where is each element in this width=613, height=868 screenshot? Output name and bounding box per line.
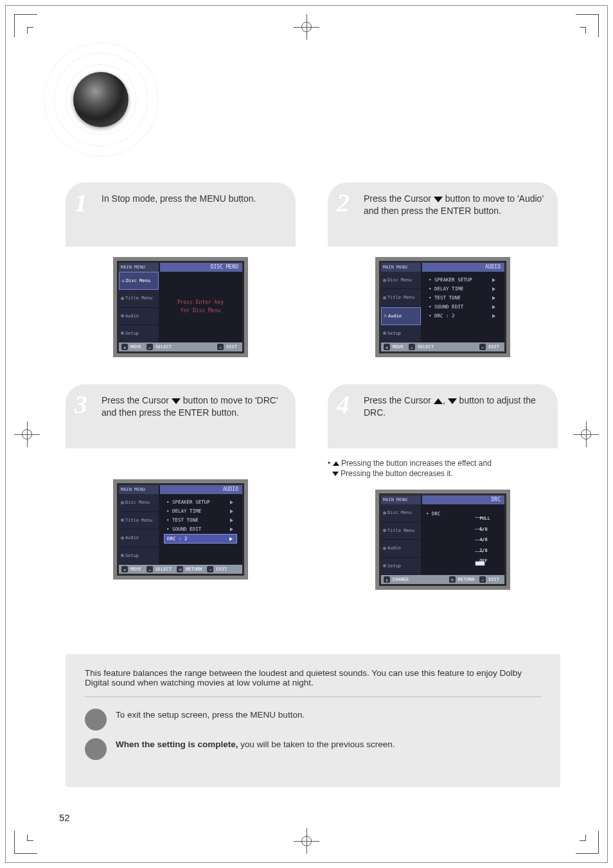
bottom-exit: EXIT	[488, 344, 499, 350]
screenshot-drc-slider: DRC MAIN MENU Disc Menu Title Menu Audio…	[375, 490, 510, 590]
body-line: for Disc Menu	[181, 307, 221, 315]
side-head: MAIN MENU	[119, 485, 159, 494]
return-icon: ⟲	[177, 566, 183, 572]
step-note-up: • Pressing the button increases the effe…	[328, 459, 558, 468]
screen-title: AUDIO	[160, 485, 242, 494]
bottom-return: RETURN	[458, 577, 474, 582]
bottom-exit: EXIT	[216, 567, 227, 572]
move-icon: ✥	[384, 344, 390, 350]
step-number: 1	[75, 188, 87, 218]
page-number: 52	[59, 812, 70, 823]
exit-icon: ↩	[207, 566, 213, 572]
speaker-graphic	[46, 45, 155, 154]
screenshot-disc-menu: DISC MENU MAIN MENU Disc Menu Title Menu…	[113, 257, 248, 357]
intro-text: This feature balances the range between …	[85, 668, 541, 687]
bottom-change: CHANGE	[393, 577, 409, 582]
change-icon: ⇅	[384, 576, 390, 583]
side-item-disc-menu: Disc Menu	[381, 504, 421, 522]
select-icon: ↵	[409, 344, 415, 350]
move-icon: ✥	[121, 344, 128, 350]
registration-mark	[294, 14, 319, 40]
step-text: Press the Cursor button to move to 'DRC'…	[102, 394, 284, 419]
crop-mark	[576, 14, 599, 37]
step-number: 3	[75, 389, 87, 420]
info-panel: This feature balances the range between …	[66, 654, 560, 787]
step-text: In Stop mode, press the MENU button.	[102, 193, 284, 205]
side-item-setup: Setup	[381, 558, 421, 576]
cursor-down-icon	[448, 398, 457, 404]
registration-mark	[14, 421, 40, 447]
bottom-select: SELECT	[155, 567, 172, 572]
bottom-select: SELECT	[155, 344, 172, 350]
bottom-move: MOVE	[130, 344, 141, 350]
side-item-setup: Setup	[119, 547, 159, 565]
side-head: MAIN MENU	[381, 263, 421, 272]
side-head: MAIN MENU	[381, 495, 421, 504]
screen-title: DRC	[422, 495, 504, 504]
exit-icon: ↩	[217, 344, 224, 350]
step-2: 2 Press the Cursor button to move to 'Au…	[328, 182, 558, 357]
step-number: 2	[337, 188, 350, 218]
cursor-up-icon	[434, 398, 443, 404]
registration-mark	[573, 421, 599, 447]
step-1: 1 In Stop mode, press the MENU button. D…	[66, 182, 296, 357]
feature-text-2: When the setting is complete, you will b…	[116, 738, 541, 751]
step-3: 3 Press the Cursor button to move to 'DR…	[66, 384, 296, 590]
bullet-icon	[85, 738, 107, 760]
speaker-cone-icon	[73, 72, 129, 127]
side-item-setup: Setup	[381, 325, 421, 342]
bottom-exit: EXIT	[226, 344, 237, 350]
list-row-drc: DRC : 2	[164, 534, 237, 544]
screenshot-audio-drc-highlight: AUDIO MAIN MENU Disc Menu Title Menu Aud…	[113, 479, 248, 580]
step-note-down: Pressing the button decreases it.	[328, 469, 558, 478]
drc-scale-label: 4/8	[479, 537, 490, 542]
step-text: Press the Cursor , button to adjust the …	[364, 394, 546, 419]
bottom-return: RETURN	[186, 567, 202, 572]
side-item-title-menu: Title Menu	[119, 512, 159, 530]
list-row-sound-edit: • SOUND EDIT	[164, 525, 237, 534]
cursor-down-icon	[434, 197, 443, 202]
side-item-audio: Audio	[119, 529, 159, 547]
drc-scale-label: FULL	[479, 516, 490, 521]
side-item-disc-menu: Disc Menu	[119, 494, 159, 512]
side-item-audio: Audio	[119, 308, 159, 325]
crop-mark	[580, 27, 586, 33]
side-item-setup: Setup	[119, 325, 159, 342]
drc-scale-label: OFF	[479, 558, 490, 563]
bottom-move: MOVE	[130, 567, 141, 572]
screen-title: DISC MENU	[160, 263, 242, 272]
screen-title: AUDIO	[422, 263, 504, 272]
list-row-speaker-setup: • SPEAKER SETUP	[426, 276, 499, 285]
divider	[85, 696, 541, 697]
side-head: MAIN MENU	[119, 263, 159, 272]
list-row-delay-time: • DELAY TIME	[164, 507, 237, 516]
select-icon: ↵	[147, 344, 153, 350]
cursor-down-icon	[172, 398, 181, 404]
crop-mark	[14, 831, 37, 854]
side-item-title-menu: Title Menu	[119, 290, 159, 307]
crop-mark	[580, 835, 586, 841]
cursor-down-icon	[332, 472, 339, 476]
list-row-test-tone: • TEST TONE	[426, 294, 499, 303]
step-text: Press the Cursor button to move to 'Audi…	[364, 193, 546, 217]
registration-mark	[294, 828, 319, 854]
side-item-title-menu: Title Menu	[381, 522, 421, 540]
select-icon: ↵	[147, 566, 153, 572]
side-item-disc-menu: Disc Menu	[381, 272, 421, 289]
feature-text-1: To exit the setup screen, press the MENU…	[116, 709, 541, 722]
crop-mark	[14, 14, 37, 37]
side-item-title-menu: Title Menu	[381, 289, 421, 306]
list-row-drc: • DRC : 2	[426, 312, 499, 321]
body-line: Press Enter key	[177, 299, 224, 307]
side-item-audio: Audio	[381, 540, 421, 558]
screenshot-audio-menu: AUDIO MAIN MENU Disc Menu Title Menu Aud…	[375, 257, 510, 357]
drc-label: • DRC	[426, 511, 441, 517]
drc-scale-label: 6/8	[479, 527, 490, 532]
bottom-move: MOVE	[393, 344, 404, 350]
exit-icon: ↩	[479, 576, 486, 583]
bullet-icon	[85, 709, 107, 731]
side-item-disc-menu: Disc Menu	[119, 272, 159, 290]
list-row-test-tone: • TEST TONE	[164, 516, 237, 525]
exit-icon: ↩	[479, 344, 486, 350]
cursor-up-icon	[333, 461, 339, 466]
